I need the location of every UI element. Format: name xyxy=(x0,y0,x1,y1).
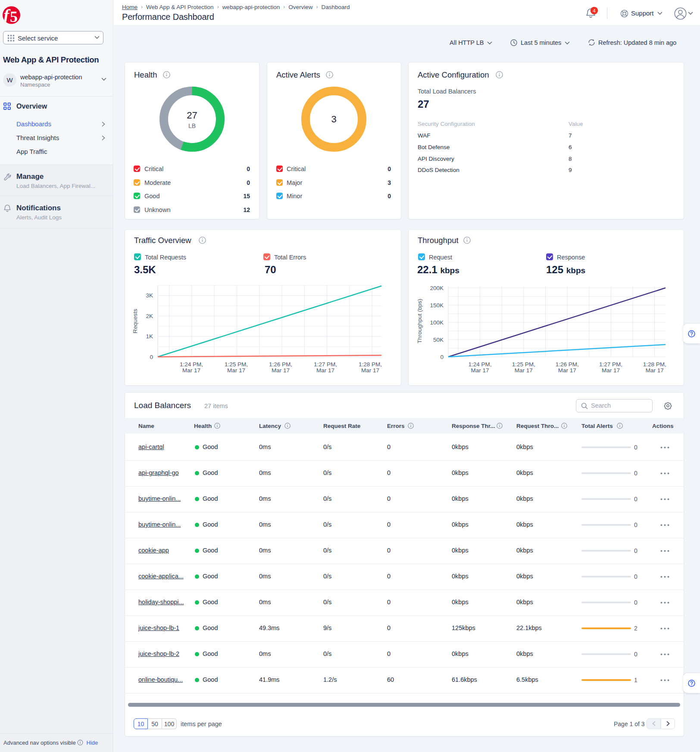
svg-text:Mar 17: Mar 17 xyxy=(272,367,290,374)
svg-text:0: 0 xyxy=(440,354,444,360)
svg-text:Mar 17: Mar 17 xyxy=(316,367,334,374)
svg-text:1K: 1K xyxy=(146,333,153,340)
svg-text:Throughput (bps): Throughput (bps) xyxy=(416,299,423,343)
svg-text:Mar 17: Mar 17 xyxy=(646,367,664,374)
svg-text:Mar 17: Mar 17 xyxy=(471,367,489,374)
svg-text:Mar 17: Mar 17 xyxy=(515,367,533,374)
svg-text:50K: 50K xyxy=(433,337,444,343)
svg-text:1:25 PM,: 1:25 PM, xyxy=(512,361,535,368)
svg-text:1:24 PM,: 1:24 PM, xyxy=(180,361,203,368)
svg-text:Mar 17: Mar 17 xyxy=(602,367,620,374)
svg-text:5: 5 xyxy=(10,8,18,25)
svg-text:Requests: Requests xyxy=(132,309,138,333)
svg-text:Mar 17: Mar 17 xyxy=(182,367,200,374)
svg-text:Mar 17: Mar 17 xyxy=(227,367,245,374)
svg-text:1:24 PM,: 1:24 PM, xyxy=(468,361,491,368)
svg-text:3K: 3K xyxy=(146,292,153,299)
svg-text:4: 4 xyxy=(593,8,596,13)
svg-text:LB: LB xyxy=(188,122,196,129)
svg-text:1:28 PM,: 1:28 PM, xyxy=(359,361,382,368)
svg-text:1:27 PM,: 1:27 PM, xyxy=(314,361,337,368)
svg-text:Mar 17: Mar 17 xyxy=(558,367,576,374)
svg-text:1:28 PM,: 1:28 PM, xyxy=(643,361,666,368)
svg-text:100K: 100K xyxy=(430,319,444,326)
svg-text:0: 0 xyxy=(150,354,153,360)
svg-text:200K: 200K xyxy=(430,285,444,291)
svg-text:1:27 PM,: 1:27 PM, xyxy=(599,361,622,368)
svg-text:150K: 150K xyxy=(430,302,444,309)
svg-text:2K: 2K xyxy=(146,313,153,319)
svg-text:Mar 17: Mar 17 xyxy=(361,367,379,374)
svg-text:27: 27 xyxy=(187,110,197,121)
svg-text:1:26 PM,: 1:26 PM, xyxy=(269,361,292,368)
svg-text:3: 3 xyxy=(331,114,336,125)
svg-text:1:25 PM,: 1:25 PM, xyxy=(225,361,248,368)
svg-text:1:26 PM,: 1:26 PM, xyxy=(556,361,579,368)
